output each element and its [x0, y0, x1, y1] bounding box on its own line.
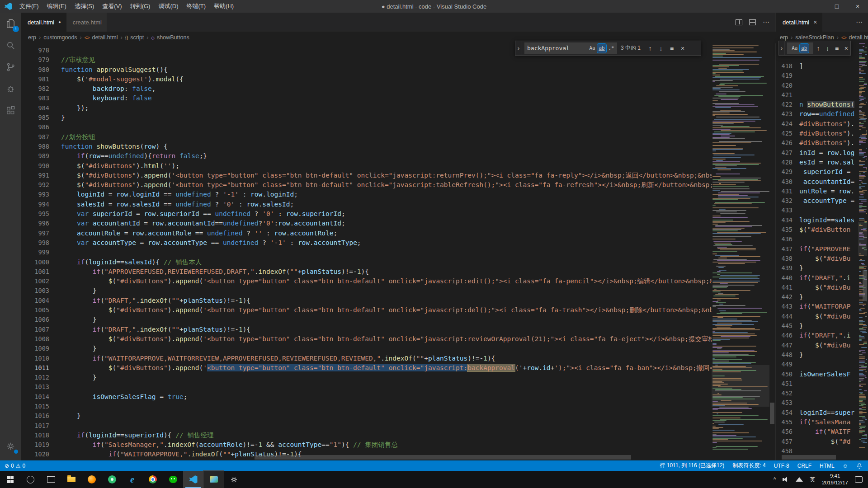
line-number[interactable]: 425: [776, 129, 793, 138]
line-number[interactable]: 442: [776, 292, 793, 302]
line-number[interactable]: 1000: [21, 258, 49, 267]
menu-selection[interactable]: 选择(S): [71, 0, 98, 13]
line-number[interactable]: 448: [776, 350, 793, 360]
line-number[interactable]: 453: [776, 398, 793, 408]
code-line[interactable]: 996 var accountantId = row.accountantId=…: [21, 219, 712, 228]
indentation[interactable]: 制表符长度: 4: [732, 462, 765, 469]
taskbar-clock[interactable]: 9:41 2019/12/17: [822, 473, 848, 486]
toggle-replace-icon[interactable]: ›: [779, 41, 785, 55]
code-line[interactable]: 1007 if("DRAFT,".indexOf(""+planStatus)!…: [21, 325, 712, 334]
line-number[interactable]: 444: [776, 312, 793, 321]
toggle-replace-icon[interactable]: ›: [515, 41, 522, 55]
toggle-layout-icon[interactable]: [749, 19, 756, 25]
line-number[interactable]: 1011: [21, 363, 49, 373]
split-editor-icon[interactable]: [736, 19, 742, 25]
line-number[interactable]: 443: [776, 302, 793, 311]
line-number[interactable]: 994: [21, 200, 49, 209]
code-line[interactable]: 427inId = row.log: [776, 148, 858, 158]
line-number[interactable]: 429: [776, 167, 793, 177]
find-input[interactable]: backApproval Aa ab .*: [524, 42, 617, 54]
scrollbar-thumb[interactable]: [782, 455, 836, 460]
line-number[interactable]: 986: [21, 122, 49, 132]
language-mode[interactable]: HTML: [820, 463, 835, 469]
start-button[interactable]: [0, 471, 20, 488]
line-number[interactable]: 984: [21, 103, 49, 113]
line-number[interactable]: 1003: [21, 286, 49, 296]
line-number[interactable]: 434: [776, 216, 793, 225]
breadcrumb-item-detail-html[interactable]: detail.html: [92, 34, 118, 41]
line-number[interactable]: 433: [776, 206, 793, 215]
line-number[interactable]: 1010: [21, 354, 49, 363]
line-number[interactable]: 446: [776, 331, 793, 340]
breadcrumb-item-detail-html[interactable]: detail.html: [849, 34, 868, 41]
find-next-icon[interactable]: ↓: [823, 43, 832, 53]
line-number[interactable]: 1015: [21, 402, 49, 411]
line-number[interactable]: 420: [776, 81, 793, 90]
scrollbar-thumb[interactable]: [255, 455, 631, 460]
code-line[interactable]: 426#divButtons").: [776, 138, 858, 148]
more-actions-icon[interactable]: ⋯: [763, 18, 769, 26]
code-line[interactable]: 421: [776, 90, 858, 100]
action-center-icon[interactable]: [855, 476, 863, 483]
code-line[interactable]: 430 accountantId=: [776, 177, 858, 187]
eol-sequence[interactable]: CRLF: [797, 463, 811, 469]
line-number[interactable]: 454: [776, 408, 793, 418]
code-line[interactable]: 433: [776, 206, 858, 215]
line-number[interactable]: 991: [21, 171, 49, 180]
editor-group1[interactable]: 978979//审核意见980function approvalSuggest(…: [21, 43, 712, 460]
code-line[interactable]: 432 accountType =: [776, 196, 858, 206]
green-app-button[interactable]: [102, 471, 122, 488]
line-number[interactable]: 451: [776, 379, 793, 389]
code-line[interactable]: 1014 isOwnerSalesFlag = true;: [21, 392, 712, 402]
find-close-icon[interactable]: ×: [678, 43, 688, 53]
line-number[interactable]: 428: [776, 158, 793, 167]
settings-app-button[interactable]: [224, 471, 244, 488]
code-line[interactable]: 987//划分按钮: [21, 132, 712, 142]
line-number[interactable]: 978: [21, 46, 49, 55]
code-line[interactable]: 425#divButtons").: [776, 129, 858, 138]
code-line[interactable]: 994 salesId = row.salesId == undefined ?…: [21, 200, 712, 209]
line-number[interactable]: 980: [21, 65, 49, 75]
line-number[interactable]: 985: [21, 113, 49, 122]
code-line[interactable]: 444 $("#divBu: [776, 312, 858, 321]
explorer-icon[interactable]: 1: [0, 13, 21, 34]
line-number[interactable]: 1014: [21, 392, 49, 402]
horizontal-scrollbar-group2[interactable]: [776, 455, 858, 460]
code-line[interactable]: 979//审核意见: [21, 55, 712, 65]
code-line[interactable]: 442}: [776, 292, 858, 302]
code-line[interactable]: 450isOwnerSalesF: [776, 370, 858, 379]
line-number[interactable]: 452: [776, 389, 793, 398]
find-in-selection-icon[interactable]: ≡: [667, 43, 677, 53]
minimap-group1[interactable]: [712, 43, 769, 460]
code-line[interactable]: 988function showButtons(row) {: [21, 142, 712, 151]
code-line[interactable]: 1013: [21, 382, 712, 392]
code-line[interactable]: 1015: [21, 402, 712, 411]
menu-terminal[interactable]: 终端(T): [182, 0, 210, 13]
chrome-button[interactable]: [142, 471, 163, 488]
code-line[interactable]: 1004 if("DRAFT,".indexOf(""+planStatus)!…: [21, 296, 712, 305]
line-number[interactable]: 1016: [21, 411, 49, 421]
code-line[interactable]: 436: [776, 235, 858, 244]
firefox-button[interactable]: [81, 471, 102, 488]
line-number[interactable]: 430: [776, 177, 793, 187]
line-number[interactable]: 450: [776, 370, 793, 379]
code-line[interactable]: 1005 $("#divButtons").append('<button ty…: [21, 305, 712, 315]
code-line[interactable]: 435$("#divButton: [776, 225, 858, 235]
search-icon[interactable]: [0, 34, 21, 56]
line-number[interactable]: 998: [21, 238, 49, 248]
code-line[interactable]: 418]: [776, 61, 858, 71]
code-line[interactable]: 997 accountRole = row.accountRole == und…: [21, 229, 712, 238]
code-line[interactable]: 990 $("#divButtons").html('');: [21, 161, 712, 171]
editor-group-sash[interactable]: [775, 13, 776, 460]
code-line[interactable]: 455if("SalesMana: [776, 418, 858, 427]
code-line[interactable]: 434loginId==sales: [776, 216, 858, 225]
hidden-icons-caret[interactable]: ^: [774, 476, 776, 483]
line-number[interactable]: 988: [21, 142, 49, 151]
breadcrumb-item-erp[interactable]: erp: [28, 34, 36, 41]
task-view-button[interactable]: [41, 471, 61, 488]
code-line[interactable]: 1011 $("#divButtons").append('<button ty…: [21, 363, 712, 373]
code-line[interactable]: 456 if("WAITF: [776, 427, 858, 436]
code-line[interactable]: 1012 }: [21, 373, 712, 382]
line-number[interactable]: 999: [21, 248, 49, 257]
line-number[interactable]: 1012: [21, 373, 49, 382]
